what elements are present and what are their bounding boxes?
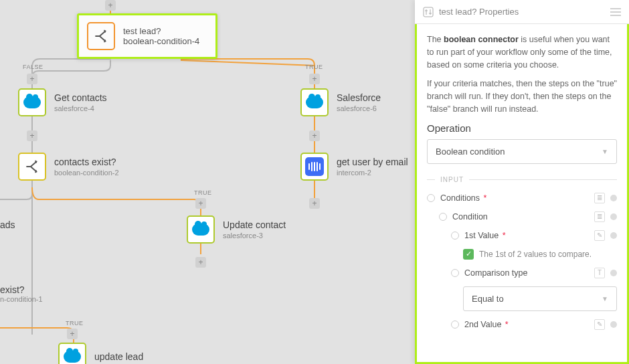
salesforce-icon — [64, 351, 81, 363]
node-title: contacts exist? — [54, 156, 119, 168]
comparison-select[interactable]: Equal to ▼ — [463, 286, 617, 311]
node-contacts-exist[interactable]: contacts exist? boolean-condition-2 — [18, 153, 119, 181]
node-ads-partial[interactable]: ads — [0, 219, 15, 230]
field-first-value[interactable]: 1st Value * ✎ — [451, 230, 617, 241]
svg-rect-0 — [424, 7, 433, 17]
chevron-down-icon: ▼ — [602, 148, 608, 155]
node-sub: salesforce-4 — [54, 104, 107, 113]
salesforce-icon — [306, 96, 323, 108]
panel-title: test lead? Properties — [439, 7, 519, 17]
salesforce-icon — [23, 96, 41, 108]
field-conditions[interactable]: Conditions * ≣ — [427, 193, 617, 203]
description-2: If your criteria matches, then the steps… — [427, 78, 617, 115]
branch-label-true: TRUE — [66, 320, 84, 327]
node-sub: salesforce-3 — [223, 231, 286, 240]
add-step-button[interactable]: + — [309, 130, 320, 141]
add-step-button[interactable]: + — [195, 257, 206, 268]
node-sub: salesforce-6 — [337, 104, 381, 113]
intercom-icon — [305, 157, 324, 176]
add-step-button[interactable]: + — [195, 198, 206, 209]
settings-icon — [423, 7, 434, 17]
node-title: Get contacts — [54, 92, 107, 104]
add-step-button[interactable]: + — [309, 198, 320, 209]
branch-label-true: TRUE — [194, 189, 212, 196]
node-exist-partial[interactable]: exist? n-condition-1 — [0, 284, 43, 303]
workflow-canvas[interactable]: + test lead? boolean-condition-4 FALSE T… — [0, 0, 415, 364]
operation-select[interactable]: Boolean condition ▼ — [427, 139, 617, 164]
add-step-button[interactable]: + — [67, 329, 78, 339]
panel-header: test lead? Properties — [415, 0, 629, 24]
add-step-button[interactable]: + — [105, 0, 116, 11]
status-dot — [610, 232, 617, 239]
branch-label-false: FALSE — [23, 64, 43, 70]
fork-icon — [87, 22, 115, 50]
node-title: test lead? — [123, 26, 199, 36]
fork-icon — [18, 153, 46, 181]
first-value-hint: ✓ The 1st of 2 values to compare. — [463, 249, 617, 260]
list-icon[interactable]: ≣ — [594, 193, 605, 203]
node-title: update lead — [94, 351, 143, 363]
node-title: Salesforce — [337, 92, 381, 104]
node-get-user-email[interactable]: get user by email intercom-2 — [300, 153, 408, 181]
list-icon[interactable]: ≣ — [594, 211, 605, 222]
properties-panel: test lead? Properties The boolean connec… — [415, 0, 629, 364]
check-icon: ✓ — [463, 249, 474, 260]
add-step-button[interactable]: + — [27, 74, 37, 84]
status-dot — [610, 213, 617, 220]
type-icon[interactable]: T — [594, 268, 605, 278]
node-get-contacts[interactable]: Get contacts salesforce-4 — [18, 88, 107, 116]
description-1: The boolean connector is useful when you… — [427, 33, 617, 71]
node-sub: boolean-condition-4 — [123, 36, 199, 46]
node-title: get user by email — [337, 156, 408, 168]
status-dot — [610, 321, 617, 328]
chevron-down-icon: ▼ — [602, 295, 608, 302]
edit-icon[interactable]: ✎ — [594, 230, 605, 241]
field-condition[interactable]: Condition ≣ — [439, 211, 617, 222]
panel-menu-button[interactable] — [610, 8, 621, 16]
node-sub: boolean-condition-2 — [54, 168, 119, 177]
status-dot — [610, 195, 617, 201]
node-update-lead[interactable]: update lead — [58, 343, 143, 364]
node-title: Update contact — [223, 219, 286, 231]
salesforce-icon — [192, 223, 209, 236]
field-second-value[interactable]: 2nd Value * ✎ — [451, 319, 617, 330]
operation-label: Operation — [427, 122, 617, 134]
node-update-contact[interactable]: Update contact salesforce-3 — [187, 215, 286, 244]
branch-label-true: TRUE — [305, 64, 323, 70]
node-salesforce[interactable]: Salesforce salesforce-6 — [300, 88, 381, 116]
edit-icon[interactable]: ✎ — [594, 319, 605, 330]
status-dot — [610, 270, 617, 276]
node-sub: intercom-2 — [337, 168, 408, 177]
node-test-lead-selected[interactable]: test lead? boolean-condition-4 — [77, 13, 217, 59]
field-comparison-type[interactable]: Comparison type T — [451, 268, 617, 278]
add-step-button[interactable]: + — [27, 130, 37, 141]
add-step-button[interactable]: + — [309, 74, 320, 84]
input-section-label: INPUT — [427, 176, 617, 183]
